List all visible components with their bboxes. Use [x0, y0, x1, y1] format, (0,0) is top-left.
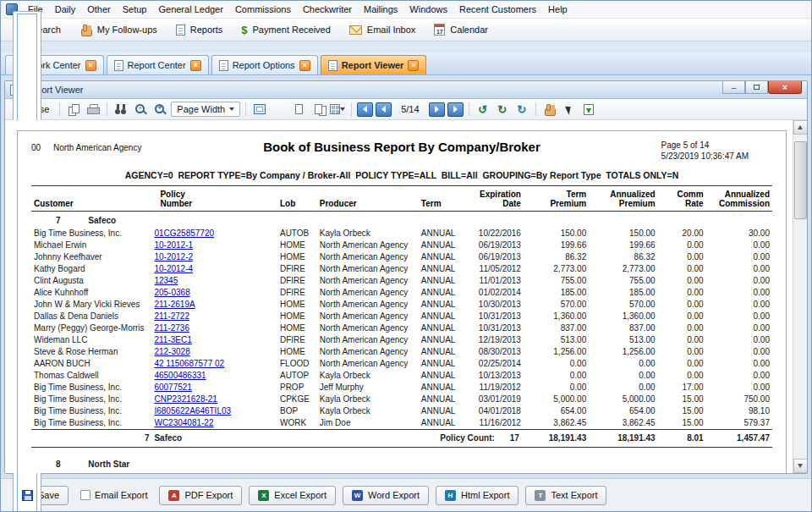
annualized-premium-cell: 654.00	[589, 405, 657, 417]
window-controls: – ×	[722, 81, 802, 94]
policy-number-link[interactable]: CNP2321628-21	[154, 394, 217, 404]
policy-number-link[interactable]: 01CG25857720	[154, 228, 214, 238]
menu-item[interactable]: Mailings	[358, 2, 403, 17]
minimize-button[interactable]: –	[722, 81, 745, 94]
tab-close-icon[interactable]: ×	[190, 60, 201, 71]
policy-number-link[interactable]: WC2304081-22	[154, 418, 213, 427]
policy-cell: 211-2736	[151, 322, 277, 334]
policy-number-link[interactable]: 211-3EC1	[154, 335, 191, 344]
policy-number-link[interactable]: I6805622A646TIL03	[154, 406, 231, 416]
scroll-up-icon	[798, 125, 803, 129]
policy-number-link[interactable]: 42 1150687577 02	[154, 359, 224, 368]
copy-button[interactable]	[65, 102, 82, 118]
policy-number-link[interactable]: 10-2012-4	[154, 264, 193, 273]
scroll-up-button[interactable]	[793, 120, 808, 135]
print-button[interactable]	[85, 102, 102, 118]
find-button[interactable]	[112, 102, 129, 118]
fit-page-button[interactable]	[271, 102, 288, 118]
calendar-button[interactable]: 17 Calendar	[427, 21, 495, 38]
menu-item[interactable]: Other	[81, 2, 117, 17]
table-row: Clint Augusta 12345 DFIRE North American…	[31, 275, 772, 287]
my-followups-button[interactable]: My Follow-ups	[73, 21, 164, 38]
email-export-checkbox[interactable]	[80, 490, 91, 500]
zoom-in-button[interactable]: +	[151, 102, 168, 118]
close-window-button[interactable]: ×	[768, 81, 802, 94]
expiration-cell: 06/19/2013	[462, 251, 524, 263]
refresh-button[interactable]: ↻	[513, 102, 530, 118]
tab-report-viewer[interactable]: Report Viewer ×	[321, 55, 427, 74]
zoom-mode-select[interactable]: Page Width	[171, 102, 240, 117]
totals-group-number: 7	[31, 430, 151, 448]
excel-export-button[interactable]: Excel Export	[249, 486, 336, 505]
maximize-button[interactable]	[745, 81, 768, 94]
reports-button[interactable]: Reports	[169, 22, 230, 38]
tab-close-icon[interactable]: ×	[299, 60, 310, 71]
email-inbox-button[interactable]: Email Inbox	[343, 22, 422, 37]
group-header-row: 7 Safeco	[31, 212, 772, 228]
policy-number-link[interactable]: 10-2012-2	[154, 252, 193, 262]
policy-number-link[interactable]: 212-3028	[154, 347, 189, 356]
word-export-button[interactable]: Word Export	[343, 486, 429, 505]
policy-number-link[interactable]: 211-2722	[154, 311, 189, 321]
policy-number-link[interactable]: 211-2619A	[154, 300, 195, 309]
last-page-button[interactable]	[447, 102, 464, 117]
next-page-button[interactable]	[429, 102, 445, 117]
menu-item[interactable]: Setup	[117, 2, 153, 17]
menu-item[interactable]: Commissions	[229, 2, 297, 17]
scroll-down-button[interactable]	[793, 459, 808, 473]
undo-button[interactable]: ↺	[475, 102, 491, 118]
text-export-button[interactable]: Text Export	[525, 486, 606, 505]
policy-cell: 60077521	[151, 382, 277, 394]
zoom-out-button[interactable]: -	[132, 102, 149, 118]
annualized-premium-cell: 1,256.00	[589, 346, 657, 358]
fit-window-button[interactable]	[251, 102, 268, 118]
email-icon	[349, 25, 362, 35]
customer-cell: Marry (Peggy) George-Morris	[31, 322, 151, 334]
prev-page-button[interactable]	[376, 102, 392, 117]
text-export-label: Text Export	[551, 490, 597, 500]
menu-item[interactable]: Daily	[49, 2, 81, 17]
pdf-export-button[interactable]: PDF Export	[159, 486, 242, 505]
select-tool-button[interactable]	[561, 102, 578, 118]
menu-item[interactable]: Help	[542, 2, 573, 17]
menu-item[interactable]: General Ledger	[152, 2, 228, 17]
policy-number-link[interactable]: 46500486331	[154, 371, 206, 380]
export-button[interactable]	[580, 102, 597, 118]
customer-cell: Alice Kuhnhoff	[31, 287, 151, 299]
menu-item[interactable]: Checkwriter	[297, 2, 358, 17]
table-row: AARON BUCH 42 1150687577 02 FLOOD North …	[31, 358, 772, 370]
export-icon	[584, 104, 594, 115]
policy-number-link[interactable]: 10-2012-1	[154, 240, 193, 250]
policy-number-link[interactable]: 211-2736	[154, 323, 189, 333]
tab-report-options[interactable]: Report Options ×	[211, 55, 318, 74]
tab-report-center[interactable]: Report Center ×	[107, 55, 209, 74]
payment-received-button[interactable]: $ Payment Received	[234, 22, 337, 38]
menu-item[interactable]: Windows	[403, 2, 453, 17]
html-export-button[interactable]: Html Export	[436, 486, 518, 505]
term-premium-cell: 5,000.00	[524, 394, 589, 405]
redo-button[interactable]: ↻	[494, 102, 511, 118]
email-export-label: Email Export	[95, 490, 147, 500]
facing-pages-view-button[interactable]	[310, 102, 326, 118]
thumbnails-view-button[interactable]	[329, 102, 346, 118]
policy-number-link[interactable]: 60077521	[154, 383, 192, 392]
policy-number-link[interactable]: 205-0368	[154, 288, 189, 297]
separator	[245, 102, 246, 116]
window-title-bar[interactable]: Report Viewer – ×	[5, 81, 807, 99]
single-page-view-button[interactable]	[290, 102, 307, 118]
group-number: 8	[56, 460, 61, 469]
customer-cell: Kathy Bogard	[31, 263, 151, 275]
hand-tool-button[interactable]	[541, 102, 558, 118]
vertical-scrollbar[interactable]	[793, 120, 807, 473]
next-group-header-cell: 8 North Star	[31, 448, 772, 471]
first-page-button[interactable]	[357, 102, 373, 117]
email-export-option: Email Export	[80, 490, 147, 500]
tab-close-icon[interactable]: ×	[85, 60, 96, 71]
col-comm-rate: Comm Rate	[658, 186, 706, 212]
scrollbar-thumb[interactable]	[794, 141, 807, 219]
policy-number-link[interactable]: 12345	[154, 276, 178, 285]
menu-item[interactable]: Recent Customers	[453, 2, 542, 17]
lob-cell: DFIRE	[277, 334, 317, 346]
policy-cell: 211-2619A	[151, 299, 277, 311]
tab-close-icon[interactable]: ×	[408, 60, 419, 71]
